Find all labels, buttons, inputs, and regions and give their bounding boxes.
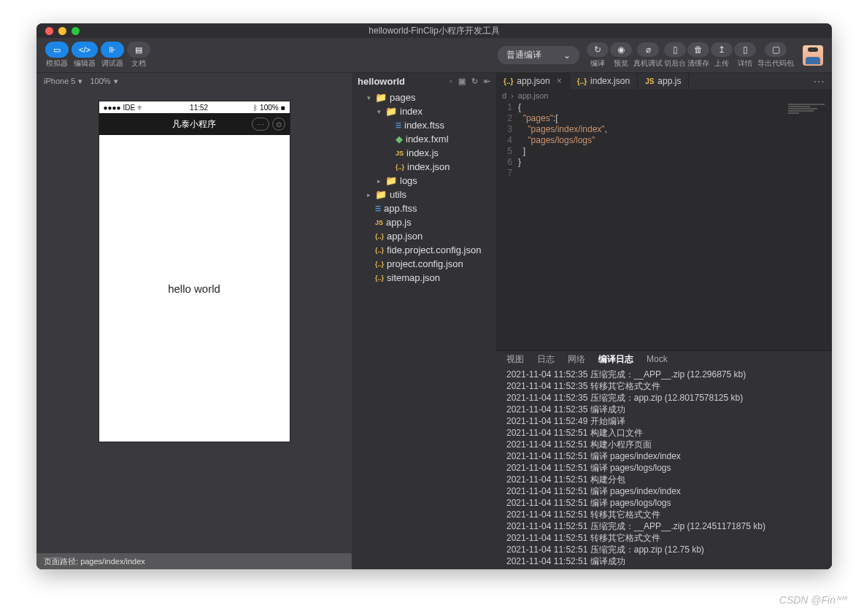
console-tab-Mock[interactable]: Mock	[647, 354, 668, 364]
refresh-icon[interactable]: ↻	[471, 77, 478, 86]
console-tab-视图[interactable]: 视图	[506, 353, 524, 366]
切后台-button[interactable]: ▯	[664, 42, 686, 57]
ide-window: helloworld-FinClip小程序开发工具 ▭模拟器 </>编辑器 ⊪调…	[36, 23, 832, 569]
上传-button[interactable]: ↥	[711, 42, 733, 57]
folder-utils[interactable]: ▸📁utils	[352, 188, 496, 201]
new-file-icon[interactable]: ▫	[450, 77, 452, 86]
log-line: 2021-11-04 11:52:51 压缩完成：__APP__.zip (12…	[506, 520, 822, 532]
编译-button[interactable]: ↻	[587, 42, 609, 57]
log-line: 2021-11-04 11:52:51 编译 pages/logs/logs	[506, 462, 822, 474]
真机调试-button[interactable]: ⌀	[637, 42, 659, 57]
file-project.config.json[interactable]: {..}project.config.json	[352, 257, 496, 271]
log-line: 2021-11-04 11:52:51 压缩完成：app.zip (12.75 …	[506, 544, 822, 555]
清缓存-button[interactable]: 🗑	[687, 42, 709, 57]
file-sitemap.json[interactable]: {..}sitemap.json	[352, 271, 496, 285]
log-line: 2021-11-04 11:52:51 编译成功	[506, 555, 822, 567]
log-line: 2021-11-04 11:52:35 转移其它格式文件	[506, 380, 822, 392]
log-line: 2021-11-04 11:52:51 构建小程序页面	[506, 439, 822, 450]
minimap[interactable]	[788, 104, 825, 118]
file-app.js[interactable]: JSapp.js	[352, 215, 496, 229]
phone-appbar: 凡泰小程序 ⋯ ⊙	[99, 113, 290, 135]
log-line: 2021-11-04 11:52:49 开始编译	[506, 415, 822, 427]
folder-logs[interactable]: ▸📁logs	[352, 174, 496, 188]
editor-tabs: {..}app.json×{..}index.jsonJSapp.js⋯	[496, 73, 832, 89]
editor-pane: {..}app.json×{..}index.jsonJSapp.js⋯ d›a…	[496, 73, 832, 569]
file-index.json[interactable]: {..}index.json	[352, 160, 496, 174]
docs-pill[interactable]: ▤	[127, 42, 150, 58]
chevron-down-icon: ▾	[114, 77, 118, 86]
console-tab-编译日志[interactable]: 编译日志	[598, 353, 633, 366]
capsule-close-icon[interactable]: ⊙	[272, 118, 285, 131]
simulator-pill[interactable]: ▭	[45, 42, 69, 58]
window-minimize[interactable]	[58, 27, 66, 35]
log-line: 2021-11-04 11:52:51 编译 pages/index/index	[506, 485, 822, 497]
device-select[interactable]: iPhone 5 ▾	[44, 77, 82, 86]
console-tab-日志[interactable]: 日志	[537, 353, 555, 366]
log-line: 2021-11-04 11:52:51 转移其它格式文件	[506, 509, 822, 520]
mode-pills: ▭模拟器 </>编辑器 ⊪调试器 ▤文档	[45, 42, 150, 69]
详情-button[interactable]: ▯	[734, 42, 756, 57]
log-line: 2021-11-04 11:52:35 压缩完成：__APP__.zip (12…	[506, 369, 822, 380]
log-line: 2021-11-04 11:52:51 转移其它格式文件	[506, 532, 822, 544]
预览-button[interactable]: ◉	[610, 42, 632, 57]
compile-dropdown[interactable]: 普通编译 ⌄	[498, 46, 579, 64]
window-maximize[interactable]	[72, 27, 80, 35]
tab-index.json[interactable]: {..}index.json	[570, 73, 638, 89]
project-name: helloworld	[358, 76, 405, 87]
log-line: 2021-11-04 11:52:35 编译成功	[506, 404, 822, 415]
debugger-pill[interactable]: ⊪	[101, 42, 124, 58]
log-line: 2021-11-04 11:52:51 编译 pages/index/index	[506, 450, 822, 462]
tabs-more[interactable]: ⋯	[806, 73, 832, 89]
file-index.ftss[interactable]: ☰index.ftss	[352, 118, 496, 132]
doc-icon: ▤	[135, 45, 142, 55]
watermark: CSDN @Finᴺᴹ	[779, 594, 846, 606]
simulator-pane: iPhone 5 ▾ 100% ▾ ●●●● IDE ᯤ 11:52 ᛒ 100…	[36, 73, 352, 569]
phone-icon: ▭	[53, 45, 61, 55]
debug-icon: ⊪	[109, 45, 116, 55]
editor-pill[interactable]: </>	[72, 42, 98, 58]
file-index.fxml[interactable]: ◆index.fxml	[352, 132, 496, 146]
phone-statusbar: ●●●● IDE ᯤ 11:52 ᛒ 100% ■	[99, 101, 290, 113]
log-line: 2021-11-04 11:52:51 构建分包	[506, 474, 822, 485]
file-explorer: helloworld ▫ ▣ ↻ ⇤ ▾📁pages▾📁index☰index.…	[352, 73, 496, 569]
code-icon: </>	[79, 45, 90, 55]
capsule-menu-icon[interactable]: ⋯	[252, 118, 269, 131]
file-app.json[interactable]: {..}app.json	[352, 229, 496, 243]
window-close[interactable]	[45, 27, 53, 35]
code-area[interactable]: 1234567 { "pages":[ "pages/index/index",…	[496, 102, 832, 350]
file-fide.project.config.json[interactable]: {..}fide.project.config.json	[352, 243, 496, 257]
new-folder-icon[interactable]: ▣	[458, 77, 466, 86]
zoom-select[interactable]: 100% ▾	[90, 77, 117, 86]
log-line: 2021-11-04 11:52:51 构建入口文件	[506, 427, 822, 439]
folder-index[interactable]: ▾📁index	[352, 104, 496, 118]
chevron-down-icon: ▾	[78, 77, 82, 86]
titlebar: helloworld-FinClip小程序开发工具	[36, 23, 832, 38]
log-line: 2021-11-04 11:52:51 编译 pages/logs/logs	[506, 497, 822, 509]
phone-content: hello world	[99, 135, 290, 442]
log-line: 2021-11-04 11:52:35 压缩完成：app.zip (12.801…	[506, 392, 822, 404]
window-title: helloworld-FinClip小程序开发工具	[36, 25, 832, 37]
folder-pages[interactable]: ▾📁pages	[352, 91, 496, 104]
user-avatar[interactable]	[803, 45, 823, 66]
tab-app.json[interactable]: {..}app.json×	[496, 73, 570, 89]
console: 视图日志网络编译日志Mock 2021-11-04 11:52:35 压缩完成：…	[496, 350, 832, 569]
simulator-footer: 页面路径: pages/index/index	[36, 553, 352, 569]
close-icon[interactable]: ×	[557, 76, 562, 86]
phone-frame: ●●●● IDE ᯤ 11:52 ᛒ 100% ■ 凡泰小程序 ⋯ ⊙ hell…	[99, 101, 290, 442]
file-index.js[interactable]: JSindex.js	[352, 146, 496, 160]
chevron-down-icon: ⌄	[563, 50, 571, 61]
tab-app.js[interactable]: JSapp.js	[638, 73, 689, 89]
导出代码包-button[interactable]: ▢	[765, 42, 787, 57]
toolbar: ▭模拟器 </>编辑器 ⊪调试器 ▤文档 普通编译 ⌄ ↻编译◉预览⌀真机调试▯…	[36, 38, 832, 73]
file-app.ftss[interactable]: ☰app.ftss	[352, 201, 496, 215]
console-tab-网络[interactable]: 网络	[568, 353, 585, 366]
breadcrumb: d›app.json	[496, 89, 832, 102]
collapse-icon[interactable]: ⇤	[484, 77, 490, 86]
